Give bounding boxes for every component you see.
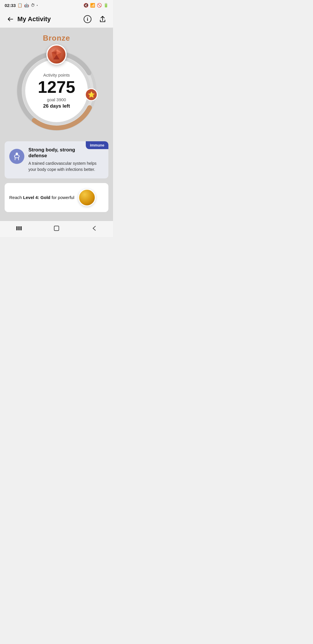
next-level-text: Reach Level 4: Gold for powerful — [9, 194, 74, 201]
back-nav-icon — [91, 225, 97, 233]
svg-rect-22 — [54, 226, 59, 231]
activity-points-value: 1275 — [38, 79, 75, 95]
circle-wrapper: ⭐ Activity points 1275 goal 3900 26 days… — [13, 47, 100, 134]
info-card-text: Strong body, strong defense A trained ca… — [28, 147, 104, 173]
svg-point-15 — [16, 153, 18, 155]
header: My Activity i — [0, 10, 113, 28]
battery-icon: 🔋 — [103, 3, 108, 8]
status-right-icons: 🔇 📶 🚫 🔋 — [83, 3, 108, 8]
status-time: 02:33 — [5, 3, 16, 8]
home-button[interactable] — [49, 222, 64, 236]
activity-days-left: 26 days left — [38, 103, 75, 109]
activity-icon — [9, 149, 24, 164]
bronze-gem-badge — [46, 44, 67, 65]
timer-icon: ⏱ — [31, 3, 35, 8]
task-icon: 📋 — [17, 3, 22, 8]
bottom-nav — [0, 221, 113, 237]
svg-rect-21 — [20, 226, 22, 230]
immune-badge: immune — [86, 141, 108, 149]
main-content: Bronze — [0, 28, 113, 221]
next-level-highlight: Level 4: Gold — [23, 195, 50, 200]
info-card: immune Strong body, strong defense A tra… — [5, 141, 108, 178]
star-icon: ⭐ — [88, 91, 95, 98]
gold-badge-icon — [78, 189, 96, 206]
gem-icon — [50, 48, 63, 61]
wifi-icon: 📶 — [90, 3, 95, 8]
android-icon: 🤖 — [24, 3, 29, 8]
next-level-card: Reach Level 4: Gold for powerful — [5, 183, 108, 212]
tier-label: Bronze — [5, 34, 108, 43]
status-bar: 02:33 📋 🤖 ⏱ • 🔇 📶 🚫 🔋 — [0, 0, 113, 10]
dot-indicator: • — [37, 4, 38, 7]
activity-points-label: Activity points — [38, 73, 75, 77]
svg-rect-20 — [18, 226, 20, 230]
header-actions: i — [82, 13, 108, 25]
info-button[interactable]: i — [82, 13, 93, 25]
svg-line-18 — [19, 156, 19, 157]
share-button[interactable] — [97, 13, 108, 25]
back-button[interactable] — [5, 13, 16, 25]
recents-icon — [16, 225, 22, 233]
mute-icon: 🔇 — [83, 3, 88, 8]
back-nav-button[interactable] — [87, 222, 101, 236]
circle-center-info: Activity points 1275 goal 3900 26 days l… — [38, 73, 75, 109]
activity-circle-container: ⭐ Activity points 1275 goal 3900 26 days… — [5, 47, 108, 134]
svg-rect-19 — [16, 226, 18, 230]
home-icon — [53, 225, 60, 233]
recents-button[interactable] — [12, 222, 26, 236]
svg-line-17 — [14, 156, 15, 157]
dnd-icon: 🚫 — [97, 3, 102, 8]
svg-text:i: i — [87, 17, 88, 22]
star-badge: ⭐ — [85, 88, 98, 101]
page-title: My Activity — [17, 15, 82, 23]
activity-goal-label: goal 3900 — [38, 97, 75, 102]
info-card-description: A trained cardiovascular system helps yo… — [28, 160, 104, 173]
